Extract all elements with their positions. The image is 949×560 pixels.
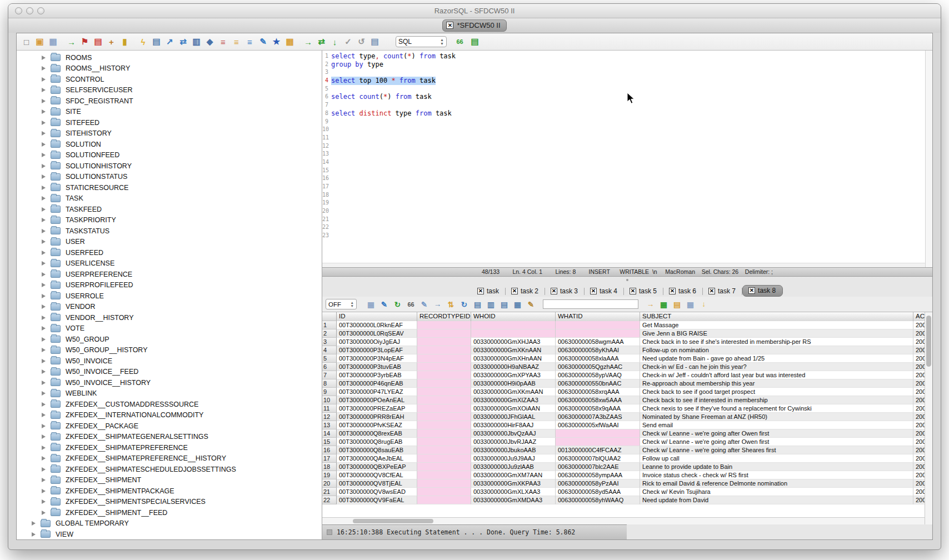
close-result-tab-icon[interactable]: ✕ bbox=[511, 288, 518, 294]
table-cell[interactable]: 0033000000HirF8AAJ bbox=[471, 421, 556, 429]
table-cell[interactable]: Nominated by Shane Freeman at ANZ (HR50) bbox=[640, 413, 913, 421]
table-cell[interactable]: 0063000000550bnAAC bbox=[556, 379, 640, 388]
table-cell[interactable]: Check w/ Leanne - we're going after Owen… bbox=[640, 429, 913, 438]
table-cell[interactable]: 200 bbox=[913, 446, 925, 454]
table-row[interactable]: 2200T3000000QV9FaEAL0033000000GmXMDAA300… bbox=[322, 496, 925, 504]
tree-item-userprofilefeed[interactable]: USERPROFILEFEED bbox=[17, 280, 322, 291]
table-cell[interactable]: Check back in to see if she's interested… bbox=[640, 338, 913, 346]
table-row[interactable]: 1500T3000000Q8rugEAB0033000000JbvRJAAZCh… bbox=[322, 438, 925, 446]
result-tab-task-6[interactable]: ✕task 6 bbox=[663, 286, 703, 297]
copy-rows-icon[interactable]: ▤ bbox=[500, 299, 509, 309]
disclosure-triangle-icon[interactable] bbox=[42, 456, 46, 461]
row-number[interactable]: 11 bbox=[322, 404, 337, 413]
save-icon[interactable]: ▦ bbox=[48, 37, 58, 47]
pane-splitter[interactable] bbox=[322, 277, 932, 283]
table-cell[interactable]: 200 bbox=[913, 329, 925, 338]
row-number[interactable]: 13 bbox=[322, 421, 337, 429]
table-cell[interactable]: Need update from David bbox=[640, 496, 913, 504]
disclosure-triangle-icon[interactable] bbox=[42, 359, 46, 363]
close-result-tab-icon[interactable]: ✕ bbox=[630, 288, 636, 294]
row-number[interactable]: 20 bbox=[322, 479, 337, 488]
disclosure-triangle-icon[interactable] bbox=[42, 446, 46, 450]
document-tab[interactable]: ✕ *SFDCW50 II bbox=[442, 19, 506, 32]
table-cell[interactable]: 00T3000000OiyJgEAJ bbox=[337, 338, 417, 346]
disclosure-triangle-icon[interactable] bbox=[42, 369, 46, 374]
column-header-id[interactable]: ID bbox=[337, 312, 417, 321]
table-cell[interactable]: 006300000058ypVAAQ bbox=[556, 371, 640, 379]
table-cell[interactable]: 200 bbox=[913, 371, 925, 379]
table-cell[interactable]: 00T3000000QV8wsEAD bbox=[337, 488, 417, 496]
table-cell[interactable]: 0033000000GmXKPAA3 bbox=[471, 479, 556, 488]
close-result-tab-icon[interactable]: ✕ bbox=[748, 287, 755, 294]
row-number[interactable]: 2 bbox=[322, 329, 337, 338]
table-cell[interactable]: 200 bbox=[913, 338, 925, 346]
row-number[interactable]: 5 bbox=[322, 354, 337, 363]
table-cell[interactable]: 0033000000GmXM7AAN bbox=[471, 471, 556, 479]
table-row[interactable]: 800T3000000P46qnEAB0033000000H9i0pAAB006… bbox=[322, 379, 925, 388]
table-cell[interactable]: 200 bbox=[913, 388, 925, 396]
disclosure-triangle-icon[interactable] bbox=[42, 251, 46, 255]
disclosure-triangle-icon[interactable] bbox=[42, 109, 46, 114]
table-cell[interactable]: 0033000000JbvRJAAZ bbox=[471, 438, 556, 446]
table-cell[interactable]: 0033000000GmXLXAA3 bbox=[471, 488, 556, 496]
database-browser-icon[interactable]: ▥ bbox=[191, 37, 202, 47]
table-cell[interactable]: 00T3000000Q8sauEAB bbox=[337, 446, 417, 454]
table-cell[interactable]: 006300000058ympAAA bbox=[556, 471, 640, 479]
tree-item-weblink[interactable]: WEBLINK bbox=[17, 388, 322, 399]
disclosure-triangle-icon[interactable] bbox=[42, 56, 46, 60]
table-cell[interactable]: 0033000000JbvQzAAJ bbox=[471, 429, 556, 438]
result-tab-task-5[interactable]: ✕task 5 bbox=[624, 286, 663, 297]
table-cell[interactable]: 0033000000JFhGlAAL bbox=[471, 413, 556, 421]
table-cell[interactable]: 00T3000000QAeJbEAL bbox=[337, 454, 417, 463]
disclosure-triangle-icon[interactable] bbox=[42, 478, 46, 482]
disclosure-triangle-icon[interactable] bbox=[42, 489, 46, 493]
table-cell[interactable] bbox=[417, 446, 471, 454]
code-line-14[interactable]: 14 bbox=[322, 158, 925, 167]
table-cell[interactable]: 00630000007blQUAA2 bbox=[556, 454, 640, 463]
tree-item-sitefeed[interactable]: SITEFEED bbox=[17, 117, 322, 128]
table-row[interactable]: 300T3000000OiyJgEAJ0033000000GmXHJAA3006… bbox=[322, 338, 925, 346]
row-number[interactable]: 6 bbox=[322, 363, 337, 371]
disclosure-triangle-icon[interactable] bbox=[42, 99, 46, 103]
tree-item-staticresource[interactable]: STATICRESOURCE bbox=[17, 182, 322, 193]
table-cell[interactable]: 200 bbox=[913, 454, 925, 463]
reload-table-icon[interactable]: ↻ bbox=[459, 299, 469, 309]
table-row[interactable]: 1000T3000000POeAnEAL0033000000GmXIZAA300… bbox=[322, 396, 925, 404]
table-row[interactable]: 1700T3000000QAeJbEAL0033000000Ju9J9AAJ00… bbox=[322, 454, 925, 463]
table-cell[interactable] bbox=[417, 454, 471, 463]
table-cell[interactable] bbox=[417, 338, 471, 346]
table-cell[interactable]: 0013000000C4fFCAAZ bbox=[556, 446, 640, 454]
code-line-15[interactable]: 15 bbox=[322, 167, 925, 175]
tree-item-vendor-history[interactable]: VENDOR__HISTORY bbox=[17, 312, 322, 323]
disclosure-triangle-icon[interactable] bbox=[42, 88, 46, 92]
execute-statement-icon[interactable]: → bbox=[303, 37, 313, 47]
disclosure-triangle-icon[interactable] bbox=[42, 467, 46, 472]
row-number[interactable]: 4 bbox=[322, 346, 337, 354]
result-tab-task-7[interactable]: ✕task 7 bbox=[703, 286, 742, 297]
table-cell[interactable] bbox=[471, 329, 556, 338]
table-cell[interactable]: Check-in w/ Jeff - couldn't afford last … bbox=[640, 371, 913, 379]
code-line-16[interactable]: 16 bbox=[322, 174, 925, 183]
table-row[interactable]: 1100T3000000PREZaEAP0033000000GmXOiAAN00… bbox=[322, 404, 925, 413]
table-cell[interactable]: Rick to email David & reference Delmonte… bbox=[640, 479, 913, 488]
table-cell[interactable]: 200 bbox=[913, 413, 925, 421]
row-number-header[interactable] bbox=[322, 312, 337, 321]
disclosure-triangle-icon[interactable] bbox=[42, 381, 46, 385]
export-icon[interactable]: ↗ bbox=[164, 37, 175, 47]
table-cell[interactable]: 00630000007A3bZAAS bbox=[556, 413, 640, 421]
table-cell[interactable]: 00T3000000P47LYEAZ bbox=[337, 388, 417, 396]
table-cell[interactable]: 0033000000H9aNBAAZ bbox=[471, 363, 556, 371]
code-line-8[interactable]: 8select distinct type from task bbox=[322, 109, 925, 118]
result-tab-task-3[interactable]: ✕task 3 bbox=[545, 286, 585, 297]
code-line-21[interactable]: 21 bbox=[322, 216, 925, 224]
table-cell[interactable]: 006300000058xw5AAA bbox=[556, 396, 640, 404]
code-line-22[interactable]: 22 bbox=[322, 223, 925, 232]
tree-item-rooms[interactable]: ROOMS bbox=[17, 52, 322, 63]
table-cell[interactable] bbox=[417, 413, 471, 421]
tree-item-w50-invoice-feed[interactable]: W50_INVOICE__FEED bbox=[17, 367, 322, 378]
table-plus-icon[interactable]: ▦ bbox=[284, 37, 295, 47]
row-number[interactable]: 14 bbox=[322, 429, 337, 438]
table-cell[interactable]: 00T3000000PfvKSEAZ bbox=[337, 421, 417, 429]
row-number[interactable]: 17 bbox=[322, 454, 337, 463]
table-cell[interactable]: 200 bbox=[913, 471, 925, 479]
